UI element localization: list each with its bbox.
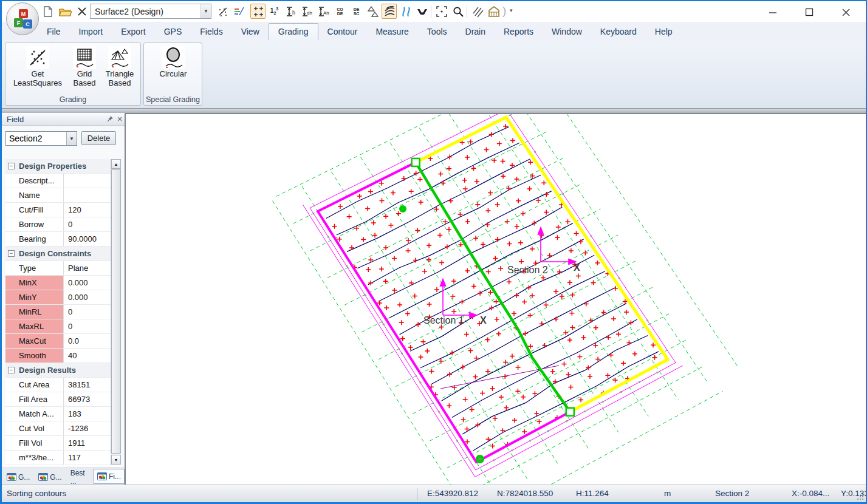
menu-view[interactable]: View xyxy=(232,23,269,40)
get-leastsquares-button[interactable]: Get LeastSquares xyxy=(7,44,69,87)
property-section-header[interactable]: −Design Constraints xyxy=(5,247,111,261)
circular-button[interactable]: Circular xyxy=(152,44,194,78)
delta-heights-icon[interactable]: dh xyxy=(300,4,315,19)
sketch-points-icon[interactable] xyxy=(215,4,230,19)
contours-icon[interactable] xyxy=(382,4,397,19)
open-file-icon[interactable] xyxy=(57,4,73,19)
show-points-icon[interactable] xyxy=(250,4,266,19)
property-value[interactable]: 38151 xyxy=(64,378,111,392)
property-value[interactable]: Plane xyxy=(64,261,111,275)
pin-icon[interactable] xyxy=(105,115,115,123)
status-northing: N:7824018.550 xyxy=(497,489,553,498)
doc-tab-3[interactable]: Best ... xyxy=(67,470,92,484)
property-label: MaxCut xyxy=(5,334,64,348)
resize-grip[interactable] xyxy=(857,493,864,500)
boundary-tick xyxy=(419,381,421,383)
property-label: Borrow xyxy=(5,217,64,231)
property-value[interactable]: 183 xyxy=(64,407,111,421)
descriptions-icon[interactable]: DESC xyxy=(349,4,364,19)
leastsquares-icon xyxy=(26,46,49,69)
new-file-icon[interactable] xyxy=(40,4,56,19)
property-value[interactable]: 0.0 xyxy=(64,334,111,348)
property-value[interactable]: 0.000 xyxy=(64,276,111,290)
maximize-button[interactable] xyxy=(803,6,816,18)
channel-icon[interactable] xyxy=(414,4,430,19)
property-label: Descript... xyxy=(5,174,64,188)
section-label: Section 2 xyxy=(507,265,548,275)
doc-tab-1[interactable]: G... xyxy=(3,470,33,484)
zoom-extents-icon[interactable] xyxy=(434,4,449,19)
property-value[interactable]: 0 xyxy=(64,319,111,333)
colored-lines-icon[interactable] xyxy=(231,4,246,19)
scroll-down-icon[interactable]: ▼ xyxy=(111,455,121,465)
property-grid-scrollbar[interactable]: ▲ ▼ xyxy=(111,159,121,465)
boundary-tick xyxy=(646,319,648,321)
scrollbar-thumb[interactable] xyxy=(111,169,121,454)
section-combo[interactable]: Section2 ▼ xyxy=(5,131,77,146)
status-message: Sorting contours xyxy=(7,489,66,498)
menu-window[interactable]: Window xyxy=(543,23,591,40)
doc-tab-4[interactable]: Fi... xyxy=(94,469,125,484)
toolbar-overflow-icon[interactable]: ▾ xyxy=(510,7,513,13)
property-value[interactable]: 0 xyxy=(64,217,111,231)
property-value[interactable]: 40 xyxy=(64,349,111,363)
property-value[interactable]: 117 xyxy=(64,451,111,465)
property-value[interactable]: -1236 xyxy=(64,421,111,435)
menu-gps[interactable]: GPS xyxy=(155,23,191,40)
property-value[interactable]: 1911 xyxy=(64,436,111,450)
minimize-button[interactable] xyxy=(766,6,780,18)
menu-file[interactable]: File xyxy=(38,23,70,40)
grid-based-button[interactable]: Grid Based xyxy=(70,44,99,87)
menu-contour[interactable]: Contour xyxy=(318,23,367,40)
home-icon[interactable] xyxy=(486,4,501,19)
close-button[interactable] xyxy=(839,6,852,18)
triangle-based-button[interactable]: Triangle Based xyxy=(100,44,139,87)
menu-keyboard[interactable]: Keyboard xyxy=(591,23,646,40)
collapse-icon[interactable]: − xyxy=(8,163,15,169)
design-heights-icon[interactable]: Ah xyxy=(316,4,331,19)
collapse-icon[interactable]: − xyxy=(8,367,15,373)
triangles-icon[interactable] xyxy=(365,4,380,19)
delete-button[interactable]: Delete xyxy=(81,131,116,145)
green-point-center xyxy=(479,458,482,461)
property-value[interactable]: 66973 xyxy=(64,392,111,406)
menu-grading[interactable]: Grading xyxy=(269,23,318,40)
combo-arrow-icon[interactable]: ▼ xyxy=(66,132,77,145)
property-value[interactable]: 90.0000 xyxy=(64,232,111,246)
menu-measure[interactable]: Measure xyxy=(366,23,417,40)
combo-arrow-icon[interactable]: ▼ xyxy=(200,4,211,18)
close-file-icon[interactable] xyxy=(74,4,90,19)
hatch-icon[interactable] xyxy=(470,4,485,19)
point-heights-icon[interactable]: h xyxy=(283,4,298,19)
title-bar: M F C Surface2 (Design) ▼ 123 h xyxy=(2,1,866,22)
property-value[interactable]: 0 xyxy=(64,305,111,319)
codes-icon[interactable]: CODE xyxy=(332,4,348,19)
property-section-header[interactable]: −Design Results xyxy=(5,363,111,378)
menu-export[interactable]: Export xyxy=(112,23,154,40)
status-bar: Sorting contours E:543920.812 N:7824018.… xyxy=(2,485,866,502)
collapse-icon[interactable]: − xyxy=(8,250,15,257)
toolbar-separator xyxy=(431,5,431,18)
zoom-icon[interactable] xyxy=(450,4,465,19)
menu-help[interactable]: Help xyxy=(646,23,682,40)
drawing-canvas[interactable]: Section 1XSection 2X xyxy=(125,113,866,485)
menu-drain[interactable]: Drain xyxy=(456,23,495,40)
app-logo-icon[interactable]: M F C xyxy=(6,2,39,35)
point-numbers-icon[interactable]: 123 xyxy=(267,4,282,19)
file-combo[interactable]: Surface2 (Design) ▼ xyxy=(90,4,211,19)
menu-import[interactable]: Import xyxy=(70,23,112,40)
property-value[interactable]: 0.000 xyxy=(64,290,111,304)
property-value[interactable]: 120 xyxy=(64,203,111,217)
panel-close-icon[interactable]: ✕ xyxy=(115,115,125,123)
boundary-tick xyxy=(562,193,564,195)
property-value[interactable] xyxy=(64,188,111,202)
scroll-up-icon[interactable]: ▲ xyxy=(111,159,121,169)
drawing-scene[interactable]: Section 1XSection 2X xyxy=(126,114,866,485)
menu-tools[interactable]: Tools xyxy=(418,23,456,40)
breaklines-icon[interactable] xyxy=(398,4,413,19)
property-value[interactable] xyxy=(64,174,111,188)
menu-fields[interactable]: Fields xyxy=(191,23,231,40)
property-section-header[interactable]: −Design Properties xyxy=(5,159,111,174)
doc-tab-2[interactable]: G... xyxy=(35,470,65,484)
menu-reports[interactable]: Reports xyxy=(495,23,543,40)
